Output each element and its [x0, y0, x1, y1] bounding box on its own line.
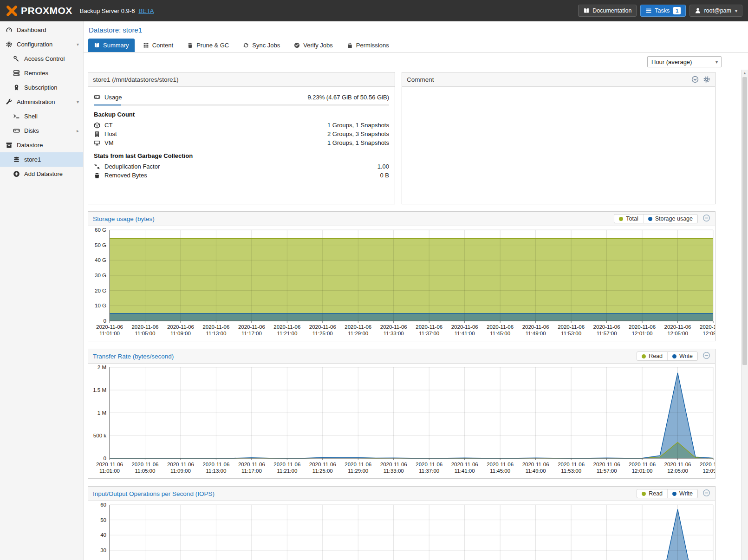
tab-verify-jobs[interactable]: Verify Jobs [288, 39, 338, 52]
user-icon [695, 7, 701, 14]
collapse-arrow-icon[interactable]: ▾ [77, 42, 79, 47]
svg-text:50 G: 50 G [95, 242, 106, 248]
scroll-up-arrow-icon[interactable]: ▲ [741, 70, 748, 77]
wrench-icon [6, 98, 13, 105]
desktop-icon [94, 140, 100, 146]
svg-text:11:21:00: 11:21:00 [277, 331, 297, 336]
sidebar-item-administration[interactable]: Administration ▾ [0, 95, 83, 109]
legend-item-write[interactable]: Write [667, 489, 697, 498]
database-icon [13, 156, 20, 163]
legend-dot [642, 492, 646, 496]
comment-pan el-container: Comment [402, 72, 715, 204]
tab-content[interactable]: Content [137, 39, 179, 52]
tab-summary[interactable]: Summary [88, 39, 135, 52]
svg-text:2020-11-06: 2020-11-06 [416, 324, 442, 330]
server-icon [13, 70, 20, 77]
sidebar-item-store1[interactable]: store1 [0, 152, 83, 167]
user-menu-button[interactable]: root@pam ▾ [689, 5, 742, 17]
brand: PROXMOX [6, 5, 72, 17]
svg-text:60 G: 60 G [95, 227, 106, 233]
legend-item-total[interactable]: Total [614, 215, 643, 223]
backup-count-header: Backup Count [94, 111, 389, 118]
tab-prune-gc[interactable]: Prune & GC [182, 39, 234, 52]
panel-header: Comment [402, 72, 715, 87]
svg-text:2020-11-06: 2020-11-06 [451, 462, 478, 467]
sidebar-item-label: Administration [17, 98, 55, 105]
sidebar-item-access-control[interactable]: Access Control [0, 52, 83, 66]
ribbon-icon [13, 84, 20, 91]
cube-icon [94, 122, 100, 129]
user-label: root@pam [704, 7, 731, 14]
legend-item-storage-usage[interactable]: Storage usage [643, 215, 697, 223]
sidebar-item-dashboard[interactable]: Dashboard [0, 23, 83, 37]
usage-progressbar [94, 104, 389, 106]
minus-circle-icon [702, 489, 710, 497]
tab-permissions[interactable]: Permissions [341, 39, 395, 52]
tab-sync-jobs[interactable]: Sync Jobs [237, 39, 286, 52]
sidebar-item-configuration[interactable]: Configuration ▾ [0, 37, 83, 52]
chart-legend: Read Write [637, 352, 710, 361]
svg-text:11:29:00: 11:29:00 [348, 331, 368, 336]
svg-text:40: 40 [100, 532, 106, 538]
beta-link[interactable]: BETA [138, 7, 154, 14]
time-range-combobox[interactable]: Hour (average) ▾ [647, 56, 722, 67]
chevron-down-icon[interactable]: ▾ [712, 57, 721, 67]
panel-header: Input/Output Operations per Second (IOPS… [88, 487, 715, 501]
legend-item-read[interactable]: Read [637, 352, 667, 360]
sidebar-item-label: Dashboard [17, 26, 46, 33]
sidebar-item-subscription[interactable]: Subscription [0, 80, 83, 95]
sidebar-item-datastore[interactable]: Datastore [0, 138, 83, 152]
proxmox-logo-icon [6, 5, 18, 17]
chevron-circle-icon[interactable] [691, 76, 699, 83]
svg-text:60: 60 [100, 502, 106, 508]
tasks-button[interactable]: Tasks 1 [640, 5, 686, 17]
combobox-value: Hour (average) [648, 59, 712, 65]
sidebar-item-disks[interactable]: Disks ▸ [0, 124, 83, 138]
legend-item-read[interactable]: Read [637, 489, 667, 498]
collapse-arrow-icon[interactable]: ▾ [77, 99, 79, 104]
expand-arrow-icon[interactable]: ▸ [77, 128, 79, 133]
sidebar-item-shell[interactable]: Shell [0, 109, 83, 124]
vertical-scrollbar[interactable]: ▲ [741, 70, 748, 560]
scrollbar-thumb[interactable] [742, 77, 747, 365]
svg-text:2020-11-06: 2020-11-06 [309, 324, 336, 330]
sidebar-item-add-datastore[interactable]: Add Datastore [0, 167, 83, 181]
tabstrip: Summary Content Prune & GC Sync Jobs Ver… [84, 38, 748, 52]
svg-text:2020-11-06: 2020-11-06 [487, 462, 514, 467]
legend-label: Read [649, 353, 663, 359]
transfer-rate-chart-panel: Transfer Rate (bytes/second) Read Write [88, 349, 715, 479]
svg-text:2020-11-06: 2020-11-06 [487, 324, 514, 330]
sidebar-item-label: Configuration [17, 41, 52, 48]
usage-row: Usage 9.23% (4.67 GiB of 50.56 GiB) [94, 91, 389, 103]
storage-usage-chart-panel: Storage usage (bytes) Total Storage usag… [88, 211, 715, 341]
svg-text:11:45:00: 11:45:00 [490, 468, 510, 474]
sidebar-item-remotes[interactable]: Remotes [0, 66, 83, 80]
svg-text:11:33:00: 11:33:00 [384, 468, 404, 474]
documentation-button[interactable]: Documentation [578, 5, 637, 17]
chart-collapse-button[interactable] [702, 214, 710, 223]
gc-row-removed-bytes: Removed Bytes 0 B [94, 171, 389, 180]
panel-title: store1 (/mnt/datastores/store1) [93, 76, 179, 83]
panel-header: Storage usage (bytes) Total Storage usag… [88, 212, 715, 226]
svg-text:11:01:00: 11:01:00 [99, 468, 120, 474]
svg-text:11:53:00: 11:53:00 [561, 331, 581, 336]
building-icon [94, 131, 100, 137]
svg-text:2020-11-06: 2020-11-06 [558, 462, 585, 467]
page-head: Datastore: store1 [84, 21, 748, 38]
gear-icon[interactable] [703, 76, 710, 83]
svg-text:11:09:00: 11:09:00 [170, 331, 191, 336]
minus-circle-icon [702, 352, 710, 359]
comment-body[interactable] [402, 87, 715, 96]
gauge-icon [6, 26, 13, 33]
legend-item-write[interactable]: Write [667, 352, 697, 360]
svg-text:2020-11-06: 2020-11-06 [202, 462, 229, 467]
svg-text:11:57:00: 11:57:00 [597, 468, 617, 474]
row-value: 2 Groups, 3 Snapshots [327, 130, 389, 137]
chart-title: Storage usage (bytes) [93, 215, 155, 222]
chart-collapse-button[interactable] [702, 489, 710, 498]
svg-text:12:05:00: 12:05:00 [667, 331, 688, 336]
sidebar-item-label: store1 [24, 156, 41, 163]
svg-text:11:41:00: 11:41:00 [455, 468, 475, 474]
row-value: 1 Groups, 1 Snapshots [327, 122, 389, 129]
chart-collapse-button[interactable] [702, 352, 710, 361]
